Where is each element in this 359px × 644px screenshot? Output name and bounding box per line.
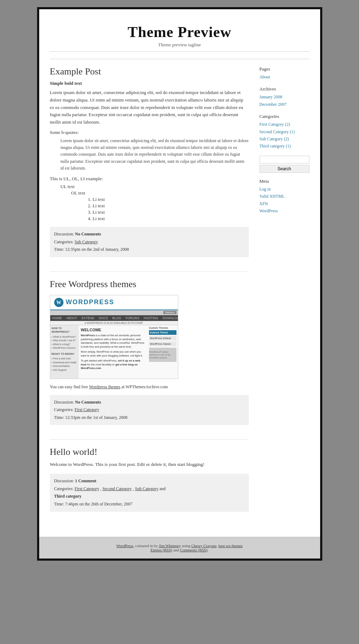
- sidebar-cat-first[interactable]: First Category (2): [260, 121, 309, 128]
- wp-sidebar-item: • What is WordPress?: [52, 335, 77, 339]
- ol-parent-list: OL text Li text Li text Li text Li text: [71, 190, 249, 222]
- list-item: Li text: [93, 197, 249, 202]
- post-hello-world: Hello world! Welcome to WordPress. This …: [50, 447, 249, 511]
- wp-nav-hosting[interactable]: HOSTING: [142, 315, 160, 321]
- promo-text: You can easy find free Wordpress themes …: [50, 384, 249, 390]
- blockquote-label: Some b-quotes:: [50, 130, 249, 135]
- wp-nav-docs[interactable]: DOCS: [97, 315, 110, 321]
- footer-crayons-link[interactable]: Chewy Crayons: [191, 544, 217, 548]
- sidebar-dec2007-link[interactable]: December 2007: [260, 101, 309, 108]
- time-line-wp: Time: 12:33pm on the 1st of January, 200…: [54, 414, 245, 422]
- sidebar-login-link[interactable]: Log in: [260, 186, 309, 193]
- ol-parent-item: OL text: [71, 190, 249, 196]
- footer-rss-link[interactable]: Entries (RSS): [150, 548, 172, 552]
- footer-author-link[interactable]: Jim Whimpey: [159, 544, 181, 548]
- post-meta-example: Discussion: No Comments Categories: Sub …: [50, 227, 249, 257]
- post-divider-2: [50, 439, 249, 440]
- time-line: Time: 12:35pm on the 2nd of January, 200…: [54, 246, 245, 254]
- wp-search-bar: Statistics: [50, 310, 178, 315]
- sidebar-meta-title: Meta: [260, 178, 309, 184]
- wp-nav-home[interactable]: HOME: [50, 315, 64, 321]
- post-body-hello: Welcome to WordPress. This is your first…: [50, 461, 249, 468]
- sidebar-cat-sub[interactable]: Sub Category (2): [260, 135, 309, 142]
- wp-promo-banner: ♦ WORDPRESS IS ALSO AVAILABLE IN РУССКИЙ…: [50, 321, 178, 325]
- sidebar: Pages About Archives January 2008 Decemb…: [260, 66, 309, 526]
- wp-sidebar-item: • What is a blog?: [52, 343, 77, 347]
- site-header: Theme Preview Theme preview tagline: [50, 16, 309, 52]
- post-bold-label: Simple bold text: [50, 80, 249, 86]
- wp-theme-preview: WordPress® admin interface is one of the…: [149, 348, 176, 362]
- sidebar-wordpress-link[interactable]: WordPress: [260, 207, 309, 214]
- sidebar-archives: Archives January 2008 December 2007: [260, 86, 309, 108]
- site-title: Theme Preview: [50, 24, 309, 41]
- post-title-wp-themes: Free Wordpress themes: [50, 279, 249, 290]
- wp-sidebar-left: HOW TO WORDPRESS? • What is WordPress? •…: [50, 325, 79, 379]
- categories-line-hello: Categories: First Category , Second Cate…: [54, 485, 245, 500]
- wp-welcome-text2: More simply, WordPress is what you use w…: [81, 350, 145, 358]
- site-footer: WordPress, coloured in by Jim Whimpey us…: [39, 537, 320, 559]
- footer-line2: Entries (RSS) and Comments (RSS).: [46, 548, 314, 552]
- sidebar-about-link[interactable]: About: [260, 73, 309, 80]
- time-line-hello: Time: 7:46pm on the 26th of December, 20…: [54, 500, 245, 508]
- wp-sidebar-item: • Documentation: [52, 364, 77, 368]
- post-example: Example Post Simple bold text Lorem ipsu…: [50, 66, 249, 257]
- wp-nav-download[interactable]: DOWNLOAD: [160, 315, 178, 321]
- post-body-example: Lorem ipsum dolor sit amet, consectetur …: [50, 89, 249, 126]
- wp-stats-btn[interactable]: Statistics: [163, 311, 176, 314]
- discussion-line-hello: Discussion: 1 Comment: [54, 477, 245, 485]
- wp-logo-icon: W: [54, 297, 64, 307]
- footer-wp-link[interactable]: WordPress: [116, 544, 133, 548]
- sidebar-pages-title: Pages: [260, 66, 309, 72]
- sidebar-xhtml-link[interactable]: Valid XHTML: [260, 193, 309, 200]
- search-button[interactable]: Search: [260, 165, 309, 173]
- sidebar-categories-title: Categories: [260, 114, 309, 119]
- footer-line1: WordPress, coloured in by Jim Whimpey us…: [46, 544, 314, 548]
- wp-sidebar-item: • Download and Install: [52, 361, 77, 365]
- wp-main-area: WELCOME WordPress is a state-of-the-art …: [79, 325, 148, 379]
- wp-theme-box-2: WordPress Default: [149, 336, 176, 341]
- wp-sidebar-item: • Get Support: [52, 368, 77, 372]
- categories-line-wp: Categories: First Category: [54, 406, 245, 414]
- search-input[interactable]: [260, 156, 309, 163]
- sidebar-search: Search: [260, 156, 309, 173]
- sidebar-jan2008-link[interactable]: January 2008: [260, 93, 309, 100]
- post-wp-themes: Free Wordpress themes W WORDPRESS Statis…: [50, 279, 249, 425]
- wp-nav-bar: HOME ABOUT EXTEND DOCS BLOG FORUMS HOSTI…: [50, 315, 178, 321]
- main-content: Example Post Simple bold text Lorem ipsu…: [50, 66, 249, 526]
- sidebar-pages: Pages About: [260, 66, 309, 80]
- wp-body: HOW TO WORDPRESS? • What is WordPress? •…: [50, 325, 178, 379]
- wp-sidebar-item: • Find a web host: [52, 357, 77, 361]
- wp-right-title: Custom Themes: [149, 327, 176, 329]
- wp-nav-blog[interactable]: BLOG: [110, 315, 123, 321]
- promo-themes-link[interactable]: Wordpress themes: [89, 384, 120, 389]
- header-divider: [50, 59, 309, 59]
- wp-welcome-title: WELCOME: [81, 327, 145, 333]
- post-title-example: Example Post: [50, 66, 249, 77]
- wp-welcome-text3: To get started with WordPress, set it up…: [81, 359, 145, 370]
- discussion-line: Discussion: No Comments: [54, 230, 245, 238]
- wp-sidebar-title2: READY TO BEGIN?: [52, 352, 77, 356]
- post-title-hello: Hello world!: [50, 447, 249, 457]
- post-divider-1: [50, 271, 249, 272]
- sidebar-meta: Meta Log in Valid XHTML XFN WordPress: [260, 178, 309, 215]
- categories-line: Categories: Sub Category: [54, 238, 245, 246]
- wp-nav-forums[interactable]: FORUMS: [123, 315, 142, 321]
- ul-item: UL text: [61, 184, 249, 189]
- sidebar-cat-second[interactable]: Second Category (1): [260, 128, 309, 135]
- wp-theme-box-3: WordPress Classic: [149, 342, 176, 346]
- wp-sidebar-title1: HOW TO WORDPRESS?: [52, 327, 77, 334]
- wp-sidebar-right: Custom Themes Kubrick Theme WordPress De…: [148, 325, 178, 379]
- wp-screenshot: W WORDPRESS Statistics HOME ABOUT EXTEND…: [50, 295, 178, 379]
- footer-comments-rss-link[interactable]: Comments (RSS): [180, 548, 207, 552]
- wp-welcome-text1: WordPress is a state-of-the-art semantic…: [81, 334, 145, 349]
- post-meta-hello: Discussion: 1 Comment Categories: First …: [50, 474, 249, 511]
- list-section-label: This is UL, OL, LI example:: [50, 176, 249, 182]
- list-item: Li text: [93, 216, 249, 222]
- wp-nav-about[interactable]: ABOUT: [64, 315, 80, 321]
- sidebar-cat-third[interactable]: Third category (1): [260, 142, 309, 150]
- footer-themes-link[interactable]: best wp themes: [219, 544, 243, 548]
- sidebar-xfn-link[interactable]: XFN: [260, 200, 309, 207]
- sidebar-archives-title: Archives: [260, 86, 309, 92]
- wp-nav-extend[interactable]: EXTEND: [80, 315, 97, 321]
- wp-sidebar-item: • Why should I use it?: [52, 339, 77, 343]
